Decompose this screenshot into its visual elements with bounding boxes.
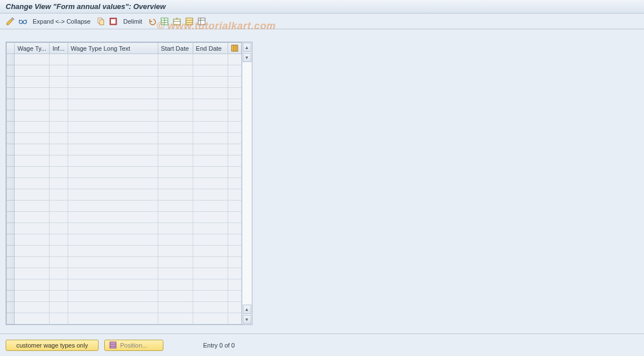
copy-icon[interactable] <box>96 17 105 26</box>
cell-wage-type[interactable] <box>15 144 50 155</box>
cell-long-text[interactable] <box>68 279 158 291</box>
cell-end-date[interactable] <box>193 65 228 77</box>
cell-wage-type[interactable] <box>15 268 50 279</box>
cell-end-date[interactable] <box>193 99 228 110</box>
cell-end-date[interactable] <box>193 291 228 302</box>
cell-inf[interactable] <box>50 223 68 234</box>
cell-start-date[interactable] <box>158 246 193 257</box>
delimit-button[interactable]: Delimit <box>121 17 145 26</box>
cell-end-date[interactable] <box>193 212 228 223</box>
cell-wage-type[interactable] <box>15 313 50 324</box>
cell-start-date[interactable] <box>158 268 193 279</box>
row-selector[interactable] <box>7 133 15 144</box>
cell-start-date[interactable] <box>158 167 193 178</box>
cell-wage-type[interactable] <box>15 99 50 110</box>
cell-long-text[interactable] <box>68 234 158 246</box>
cell-end-date[interactable] <box>193 279 228 291</box>
cell-long-text[interactable] <box>68 212 158 223</box>
cell-start-date[interactable] <box>158 234 193 246</box>
row-selector-header[interactable] <box>7 43 15 54</box>
row-selector[interactable] <box>7 54 15 65</box>
cell-long-text[interactable] <box>68 246 158 257</box>
row-selector[interactable] <box>7 178 15 189</box>
cell-long-text[interactable] <box>68 313 158 324</box>
cell-end-date[interactable] <box>193 257 228 268</box>
cell-wage-type[interactable] <box>15 279 50 291</box>
cell-start-date[interactable] <box>158 189 193 201</box>
row-selector[interactable] <box>7 110 15 122</box>
cell-start-date[interactable] <box>158 279 193 291</box>
cell-start-date[interactable] <box>158 122 193 133</box>
cell-wage-type[interactable] <box>15 302 50 313</box>
cell-end-date[interactable] <box>193 110 228 122</box>
cell-end-date[interactable] <box>193 201 228 212</box>
cell-end-date[interactable] <box>193 144 228 155</box>
cell-wage-type[interactable] <box>15 212 50 223</box>
cell-start-date[interactable] <box>158 223 193 234</box>
cell-wage-type[interactable] <box>15 65 50 77</box>
row-selector[interactable] <box>7 65 15 77</box>
cell-long-text[interactable] <box>68 189 158 201</box>
cell-inf[interactable] <box>50 291 68 302</box>
cell-long-text[interactable] <box>68 54 158 65</box>
col-header-end-date[interactable]: End Date <box>193 43 228 54</box>
cell-inf[interactable] <box>50 167 68 178</box>
edit-pencil-icon[interactable] <box>6 17 15 26</box>
cell-start-date[interactable] <box>158 144 193 155</box>
cell-long-text[interactable] <box>68 201 158 212</box>
cell-end-date[interactable] <box>193 223 228 234</box>
table-green-icon[interactable] <box>160 17 169 26</box>
cell-end-date[interactable] <box>193 178 228 189</box>
row-selector[interactable] <box>7 144 15 155</box>
cell-end-date[interactable] <box>193 88 228 99</box>
cell-inf[interactable] <box>50 268 68 279</box>
cell-end-date[interactable] <box>193 313 228 324</box>
row-selector[interactable] <box>7 257 15 268</box>
row-selector[interactable] <box>7 279 15 291</box>
cell-long-text[interactable] <box>68 144 158 155</box>
scroll-up-icon[interactable]: ▲ <box>243 43 251 52</box>
customer-wage-types-button[interactable]: customer wage types only <box>6 340 99 351</box>
cell-long-text[interactable] <box>68 167 158 178</box>
cell-long-text[interactable] <box>68 122 158 133</box>
scroll-down-icon[interactable]: ▼ <box>243 53 251 62</box>
row-selector[interactable] <box>7 313 15 324</box>
cell-inf[interactable] <box>50 257 68 268</box>
cell-wage-type[interactable] <box>15 291 50 302</box>
cell-wage-type[interactable] <box>15 246 50 257</box>
cell-inf[interactable] <box>50 234 68 246</box>
expand-collapse-button[interactable]: Expand <-> Collapse <box>30 17 93 26</box>
cell-start-date[interactable] <box>158 77 193 88</box>
cell-long-text[interactable] <box>68 88 158 99</box>
cell-wage-type[interactable] <box>15 133 50 144</box>
row-selector[interactable] <box>7 212 15 223</box>
cell-wage-type[interactable] <box>15 155 50 167</box>
cell-long-text[interactable] <box>68 133 158 144</box>
cell-inf[interactable] <box>50 189 68 201</box>
row-selector[interactable] <box>7 201 15 212</box>
cell-inf[interactable] <box>50 65 68 77</box>
cell-inf[interactable] <box>50 201 68 212</box>
cell-inf[interactable] <box>50 313 68 324</box>
cell-end-date[interactable] <box>193 246 228 257</box>
cell-long-text[interactable] <box>68 257 158 268</box>
cell-wage-type[interactable] <box>15 234 50 246</box>
cell-end-date[interactable] <box>193 77 228 88</box>
cell-end-date[interactable] <box>193 302 228 313</box>
cell-wage-type[interactable] <box>15 223 50 234</box>
col-header-start-date[interactable]: Start Date <box>158 43 193 54</box>
col-header-inf[interactable]: Inf... <box>50 43 68 54</box>
cell-inf[interactable] <box>50 99 68 110</box>
cell-wage-type[interactable] <box>15 201 50 212</box>
cell-inf[interactable] <box>50 246 68 257</box>
cell-long-text[interactable] <box>68 291 158 302</box>
cell-start-date[interactable] <box>158 313 193 324</box>
cell-start-date[interactable] <box>158 257 193 268</box>
cell-long-text[interactable] <box>68 223 158 234</box>
cell-start-date[interactable] <box>158 302 193 313</box>
cell-end-date[interactable] <box>193 167 228 178</box>
cell-end-date[interactable] <box>193 155 228 167</box>
cell-wage-type[interactable] <box>15 110 50 122</box>
row-selector[interactable] <box>7 268 15 279</box>
cell-long-text[interactable] <box>68 65 158 77</box>
